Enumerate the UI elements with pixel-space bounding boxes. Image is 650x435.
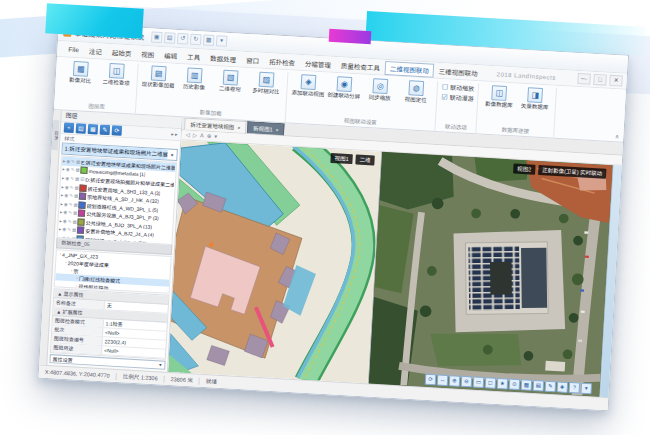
edit-pencil-icon[interactable]: ✎ <box>71 159 75 164</box>
zoom-rect-icon[interactable]: ▭ <box>473 376 485 388</box>
ribbon-button[interactable]: ▧二维卷帘 <box>213 69 248 100</box>
ribbon-checkbox[interactable]: ☑联动漫游 <box>441 92 474 103</box>
ribbon-button[interactable]: ◈添加联动视图 <box>291 74 326 105</box>
view-options-icon[interactable]: ▾ <box>214 132 217 141</box>
expand-arrow-icon[interactable]: ▸ <box>62 167 65 172</box>
ribbon-checkbox[interactable]: ☐联动缩放 <box>442 82 475 93</box>
visibility-eye-icon[interactable]: ◉ <box>66 158 70 163</box>
identify-icon[interactable]: ⊙ <box>509 379 521 391</box>
expand-arrow-icon[interactable]: ▸ <box>60 210 63 215</box>
select-icon[interactable]: ◈ <box>557 381 569 393</box>
expand-arrow-icon[interactable]: ▸ <box>62 175 65 180</box>
ribbon-tab[interactable]: 视图 <box>136 46 160 61</box>
visibility-eye-icon[interactable]: ◉ <box>65 176 69 181</box>
zoom-extent-icon[interactable]: ⊕ <box>207 132 212 141</box>
sketch-icon[interactable]: ✎ <box>545 381 557 393</box>
document-tab[interactable]: 新视图1× <box>247 121 285 135</box>
attribute-table-icon[interactable]: ▦ <box>72 228 77 233</box>
checkbox-checked-icon[interactable]: ☑ <box>80 176 84 181</box>
attribute-table-icon[interactable]: ▦ <box>72 219 77 224</box>
ribbon-tab[interactable]: File <box>63 43 84 55</box>
map-view-2d[interactable]: 视图1 二维 <box>168 140 382 383</box>
help-icon[interactable]: ? <box>568 382 580 394</box>
ribbon-tab[interactable]: 编辑 <box>159 47 183 62</box>
expand-arrow-icon[interactable]: ▸ <box>60 201 63 206</box>
more-tools-icon[interactable]: ▾ <box>580 383 592 395</box>
edit-pencil-icon[interactable]: ✎ <box>67 227 71 232</box>
ribbon-button[interactable]: ▦影像对比 <box>63 60 98 91</box>
ribbon-tab[interactable]: 三维视图联动 <box>433 63 483 80</box>
ribbon-tab[interactable]: 注记 <box>84 43 108 58</box>
visibility-eye-icon[interactable]: ◉ <box>62 227 66 232</box>
edit-pencil-icon[interactable]: ✎ <box>68 210 72 215</box>
edit-pencil-icon[interactable]: ✎ <box>70 184 74 189</box>
close-icon[interactable]: × <box>237 124 240 130</box>
bookmark-icon[interactable]: ★ <box>497 378 509 390</box>
open-icon[interactable]: ▤ <box>164 32 176 44</box>
ribbon-button[interactable]: ◉创建联动分屏 <box>327 76 362 107</box>
full-extent-icon[interactable]: ◻ <box>485 377 497 389</box>
visibility-eye-icon[interactable]: ◉ <box>65 184 69 189</box>
expand-arrow-icon[interactable]: ▸ <box>61 193 64 198</box>
visibility-eye-icon[interactable]: ◉ <box>66 167 70 172</box>
save-icon[interactable]: ▣ <box>151 31 163 43</box>
attribute-table-icon[interactable]: ▦ <box>74 193 79 198</box>
edit-pencil-icon[interactable]: ✎ <box>70 176 74 181</box>
grid-icon[interactable]: ▦ <box>521 379 533 391</box>
add-layer-icon[interactable]: + <box>64 123 75 134</box>
visibility-eye-icon[interactable]: ◉ <box>63 218 67 223</box>
ribbon-tab[interactable]: 工具 <box>182 49 206 64</box>
map-view-aerial[interactable]: 视图2 正射影像(卫星) 实时联动 ⟳↔⊕⊖▭◻★⊙▦▤✎◈?▾ <box>369 152 613 397</box>
expand-arrow-icon[interactable]: ▸ <box>59 227 62 232</box>
close-icon[interactable]: × <box>276 126 279 132</box>
attribute-table-icon[interactable]: ▦ <box>75 176 80 181</box>
ribbon-tab[interactable]: 分幅管理 <box>300 56 337 72</box>
label-icon[interactable]: A <box>200 131 204 140</box>
collapsed-dock-tab[interactable]: 目录 <box>52 120 60 150</box>
ribbon-button[interactable]: ◍视图定位 <box>399 80 434 111</box>
ribbon-button[interactable]: ◨矢量数据库 <box>518 87 553 118</box>
chevron-down-icon[interactable]: ▾ <box>156 362 164 368</box>
collapse-ribbon-icon[interactable]: ∧ <box>615 132 620 139</box>
ribbon-button[interactable]: ▤现状影像加载 <box>141 65 176 96</box>
layers-icon[interactable]: ▦ <box>203 34 215 46</box>
zoom-in-icon[interactable]: ⊕ <box>449 375 461 387</box>
ribbon-button[interactable]: ◫二维检查项 <box>99 63 134 94</box>
refresh-layers-icon[interactable]: ⟳ <box>112 126 123 137</box>
edit-pencil-icon[interactable]: ✎ <box>69 193 73 198</box>
undo-icon[interactable]: ↺ <box>177 33 189 45</box>
ribbon-tab[interactable]: 二维视图联动 <box>385 60 435 77</box>
table-icon[interactable]: ▤ <box>533 380 545 392</box>
zoom-out-icon[interactable]: ⊖ <box>461 376 473 388</box>
redo-icon[interactable]: ↻ <box>190 34 202 46</box>
ribbon-tab[interactable]: 起始页 <box>106 44 136 60</box>
ribbon-button[interactable]: ▨多时相对比 <box>249 71 284 102</box>
refresh-map-icon[interactable]: ⟳ <box>425 374 437 386</box>
minimize-button[interactable]: — <box>577 73 591 85</box>
expand-arrow-icon[interactable]: ▸ <box>63 158 66 163</box>
attribute-table-icon[interactable]: ▦ <box>73 202 78 207</box>
edit-layer-icon[interactable]: ✎ <box>100 125 111 136</box>
edit-pencil-icon[interactable]: ✎ <box>69 202 73 207</box>
pan-icon[interactable]: ↔ <box>437 374 449 386</box>
attribute-table-icon[interactable]: ▦ <box>73 210 78 215</box>
layer-group-icon[interactable]: ▦ <box>88 124 99 135</box>
attribute-table-icon[interactable]: ▦ <box>75 168 80 173</box>
ribbon-tab[interactable]: 数据处理 <box>205 50 242 66</box>
attribute-table-icon[interactable]: ▦ <box>76 159 81 164</box>
visibility-eye-icon[interactable]: ◉ <box>63 210 67 215</box>
visibility-eye-icon[interactable]: ◉ <box>64 201 68 206</box>
visibility-eye-icon[interactable]: ◉ <box>64 193 68 198</box>
ribbon-button[interactable]: ◫影像数据库 <box>482 85 517 116</box>
ribbon-button[interactable]: ◎同步缩放 <box>363 78 398 109</box>
expand-arrow-icon[interactable]: ▸ <box>61 184 64 189</box>
ribbon-button[interactable]: ▥历史影像 <box>177 67 212 98</box>
back-icon[interactable]: ◁ <box>185 131 190 140</box>
panel-expand-arrows[interactable]: ▸ ▸ <box>171 131 178 137</box>
maximize-button[interactable]: □ <box>593 74 607 86</box>
open-folder-icon[interactable]: ▤ <box>76 124 87 135</box>
expand-arrow-icon[interactable]: ▸ <box>59 218 62 223</box>
ribbon-tab[interactable]: 质量检查工具 <box>336 58 386 75</box>
edit-pencil-icon[interactable]: ✎ <box>68 219 72 224</box>
chevron-down-icon[interactable]: ▾ <box>167 151 176 158</box>
